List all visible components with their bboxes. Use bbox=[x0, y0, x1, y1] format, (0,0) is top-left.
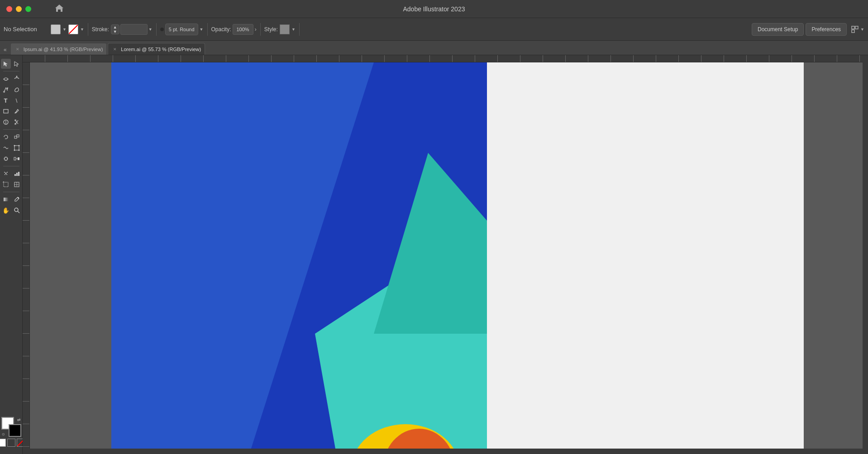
pen-tools-row bbox=[1, 85, 22, 95]
stroke-label: Stroke: bbox=[92, 26, 109, 33]
column-graph-button[interactable] bbox=[12, 169, 22, 179]
horizontal-scrollbar[interactable] bbox=[23, 449, 868, 454]
arrange-icons: ▼ bbox=[851, 26, 864, 33]
document-setup-button[interactable]: Document Setup bbox=[752, 23, 804, 36]
fill-section: ▼ bbox=[51, 24, 67, 34]
tabs-bar: « ✕ Ipsum.ai @ 41.93 % (RGB/Preview) ✕ L… bbox=[0, 41, 868, 55]
pucker-tools-row bbox=[1, 154, 22, 164]
svg-rect-5 bbox=[4, 109, 8, 113]
svg-rect-10 bbox=[14, 136, 17, 138]
svg-point-15 bbox=[14, 150, 15, 151]
rect-tools-row bbox=[1, 106, 22, 116]
arrange-icon[interactable] bbox=[851, 26, 858, 33]
default-colors-button[interactable]: ⊙ bbox=[2, 432, 5, 436]
svg-rect-32 bbox=[18, 172, 19, 176]
stroke-chevron[interactable]: ▼ bbox=[80, 27, 84, 32]
divider-4 bbox=[260, 23, 261, 36]
stroke-dropdown-chevron[interactable]: ▼ bbox=[148, 27, 153, 32]
style-chevron[interactable]: ▼ bbox=[291, 27, 296, 32]
line-tool-button[interactable]: \ bbox=[12, 95, 22, 105]
svg-rect-1 bbox=[855, 26, 858, 29]
symbol-sprayer-button[interactable] bbox=[1, 169, 11, 179]
eyedropper-tool-button[interactable] bbox=[12, 194, 22, 204]
pen-tool-button[interactable] bbox=[1, 85, 11, 95]
arrange-chevron[interactable]: ▼ bbox=[860, 27, 864, 32]
gradient-tool-button[interactable] bbox=[1, 194, 11, 204]
titlebar: Adobe Illustrator 2023 bbox=[0, 0, 868, 18]
opacity-expand-icon[interactable]: › bbox=[255, 26, 257, 33]
pencil-tool-button[interactable] bbox=[12, 106, 22, 116]
rotate-tools-row bbox=[1, 132, 22, 142]
style-swatch[interactable] bbox=[280, 24, 290, 34]
pucker-tool-button[interactable] bbox=[1, 154, 11, 164]
divider-2 bbox=[156, 23, 157, 36]
svg-rect-0 bbox=[852, 26, 854, 29]
curvature-tool-button[interactable] bbox=[12, 74, 22, 84]
vertical-scrollbar[interactable] bbox=[863, 55, 868, 449]
tool-divider-2 bbox=[3, 129, 19, 130]
svg-point-21 bbox=[7, 158, 8, 159]
svg-point-25 bbox=[4, 172, 5, 173]
svg-rect-12 bbox=[14, 146, 19, 150]
tab-lorem-close[interactable]: ✕ bbox=[112, 46, 118, 52]
fill-indicator[interactable] bbox=[0, 439, 6, 447]
svg-rect-23 bbox=[18, 157, 19, 160]
symbol-tools-row bbox=[1, 169, 22, 179]
svg-rect-22 bbox=[14, 157, 16, 160]
scissors-tool-button[interactable] bbox=[12, 117, 22, 127]
panels-collapse-button[interactable]: « bbox=[4, 47, 7, 55]
fill-chevron[interactable]: ▼ bbox=[62, 27, 67, 32]
free-transform-tool-button[interactable] bbox=[12, 143, 22, 153]
svg-point-14 bbox=[18, 145, 19, 147]
home-icon[interactable] bbox=[54, 3, 64, 15]
tab-ipsum-close[interactable]: ✕ bbox=[14, 46, 21, 52]
type-tool-button[interactable]: T bbox=[1, 95, 11, 105]
stroke-swatch[interactable] bbox=[68, 24, 78, 34]
fill-color-swatch[interactable] bbox=[51, 24, 61, 34]
eraser-tool-button[interactable] bbox=[1, 117, 11, 127]
svg-point-20 bbox=[4, 158, 5, 159]
svg-point-29 bbox=[6, 174, 7, 175]
svg-line-42 bbox=[18, 211, 19, 213]
opacity-input[interactable] bbox=[233, 24, 253, 35]
close-button[interactable] bbox=[6, 6, 12, 12]
rotate-tool-button[interactable] bbox=[1, 132, 11, 142]
opacity-container: Opacity: › bbox=[211, 24, 257, 35]
window-controls bbox=[6, 6, 31, 12]
minimize-button[interactable] bbox=[16, 6, 22, 12]
zoom-tool-button[interactable] bbox=[12, 205, 22, 215]
stroke-style-button[interactable]: 5 pt. Round bbox=[165, 24, 198, 35]
slice-tool-button[interactable] bbox=[12, 180, 22, 189]
warp-tool-button[interactable] bbox=[1, 143, 11, 153]
hand-tool-button[interactable]: ✋ bbox=[1, 205, 11, 215]
stroke-style-chevron[interactable]: ▼ bbox=[200, 27, 204, 32]
tab-ipsum[interactable]: ✕ Ipsum.ai @ 41.93 % (RGB/Preview) bbox=[10, 43, 107, 55]
fill-stroke-none bbox=[0, 439, 25, 447]
stroke-dot bbox=[160, 28, 164, 31]
swap-colors-button[interactable]: ⇄ bbox=[17, 417, 21, 422]
anchor-point-tool-button[interactable] bbox=[1, 74, 11, 84]
stroke-width-input[interactable] bbox=[120, 24, 148, 35]
selection-tool-button[interactable] bbox=[1, 59, 11, 69]
artboard-tools-row bbox=[1, 180, 22, 189]
rectangle-tool-button[interactable] bbox=[1, 106, 11, 116]
stroke-width-up[interactable]: ▲▼ bbox=[111, 24, 119, 34]
background-color[interactable] bbox=[9, 424, 21, 437]
stroke-indicator[interactable] bbox=[7, 439, 15, 447]
preferences-button[interactable]: Preferences bbox=[806, 23, 847, 36]
maximize-button[interactable] bbox=[25, 6, 31, 12]
hand-tools-row: ✋ bbox=[1, 205, 22, 215]
svg-point-27 bbox=[7, 172, 8, 173]
left-toolbar: T \ bbox=[0, 55, 23, 454]
blob-brush-tool-button[interactable] bbox=[12, 85, 22, 95]
blend-tool-button[interactable] bbox=[12, 154, 22, 164]
scale-tool-button[interactable] bbox=[12, 132, 22, 142]
svg-point-16 bbox=[18, 150, 19, 151]
tab-lorem[interactable]: ✕ Lorem.ai @ 55.73 % (RGB/Preview) bbox=[108, 43, 205, 55]
artwork-svg bbox=[111, 62, 487, 454]
divider-1 bbox=[88, 23, 88, 36]
artboard-tool-button[interactable] bbox=[1, 180, 11, 189]
direct-selection-tool-button[interactable] bbox=[12, 59, 22, 69]
artboard bbox=[111, 62, 487, 454]
tool-divider-4 bbox=[3, 192, 19, 192]
